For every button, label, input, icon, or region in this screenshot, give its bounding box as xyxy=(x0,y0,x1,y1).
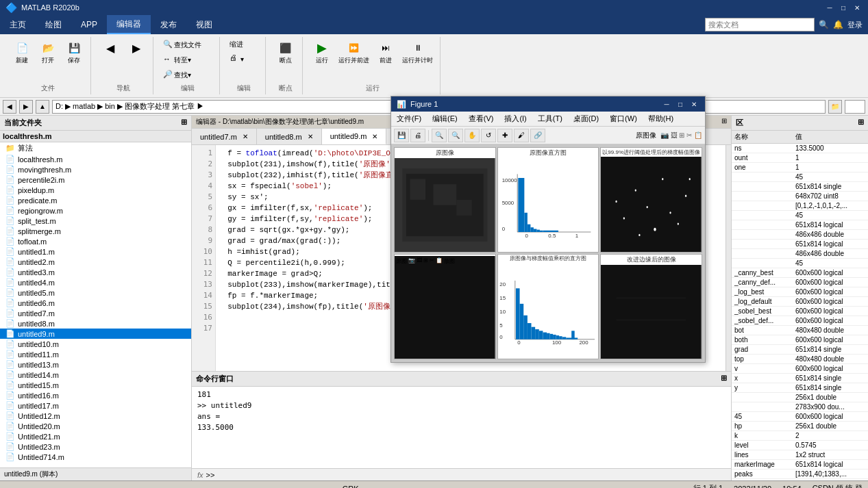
workspace-row[interactable]: 486x486 double xyxy=(732,249,868,259)
find-button[interactable]: 🔍 查找文件 xyxy=(160,38,215,52)
workspace-row[interactable]: peaks[1391,40;1383,... xyxy=(732,470,868,479)
workspace-row[interactable]: 486x486 double xyxy=(732,230,868,240)
file-tofloat[interactable]: 📄 tofloat.m xyxy=(0,236,191,246)
file-split-test[interactable]: 📄 split_test.m xyxy=(0,216,191,226)
transform-button[interactable]: ↔ 转至▾ xyxy=(160,53,215,67)
workspace-row[interactable]: 256x1 double xyxy=(732,393,868,402)
workspace-row[interactable]: x651x814 single xyxy=(732,374,868,383)
run-section-button[interactable]: ⏸ 运行并计时 xyxy=(399,38,436,66)
workspace-row[interactable]: both600x600 logical xyxy=(732,335,868,345)
workspace-row[interactable]: 45 xyxy=(732,211,868,220)
path-input[interactable] xyxy=(845,100,865,114)
fig-menu-view[interactable]: 查看(V) xyxy=(463,112,499,126)
workspace-row[interactable]: one1 xyxy=(732,163,868,172)
forward-button[interactable]: ▶ xyxy=(124,38,149,57)
fig-menu-window[interactable]: 窗口(W) xyxy=(604,112,643,126)
file-untitled9[interactable]: 📄 untitled9.m xyxy=(0,329,191,339)
print-button[interactable]: 🖨 ▾ xyxy=(227,52,261,66)
nav-up-btn[interactable]: ▲ xyxy=(36,100,49,114)
fig-menu-insert[interactable]: 插入(I) xyxy=(499,112,532,126)
close-tab3-icon[interactable]: ✕ xyxy=(372,133,377,140)
maximize-button[interactable]: □ xyxy=(838,2,849,13)
workspace-row[interactable]: grad651x814 single xyxy=(732,345,868,355)
back-button[interactable]: ◀ xyxy=(98,38,123,57)
search-input[interactable] xyxy=(705,18,815,31)
close-tab-icon[interactable]: ✕ xyxy=(243,133,248,140)
file-untitled1[interactable]: 📄 untitled1.m xyxy=(0,246,191,257)
fig-menu-file[interactable]: 文件(F) xyxy=(391,112,427,126)
file-untitled5[interactable]: 📄 untitled5.m xyxy=(0,287,191,298)
file-percentile2i[interactable]: 📄 percentile2i.m xyxy=(0,175,191,185)
close-button[interactable]: ✕ xyxy=(852,2,863,13)
workspace-row[interactable]: 45600x600 logical xyxy=(732,412,868,422)
workspace-row[interactable]: v600x600 logical xyxy=(732,364,868,374)
menu-app[interactable]: APP xyxy=(71,15,107,34)
workspace-row[interactable]: _log_default600x600 logical xyxy=(732,297,868,307)
nav-forward-btn[interactable]: ▶ xyxy=(19,100,33,114)
step-button[interactable]: ⏭ 前进 xyxy=(373,38,398,66)
search-code-button[interactable]: 🔎 查找▾ xyxy=(160,68,215,82)
workspace-row[interactable]: 651x814 logical xyxy=(732,220,868,230)
tab-untitled8[interactable]: untitled8.m ✕ xyxy=(257,129,322,144)
file-regiongrow[interactable]: 📄 regiongrow.m xyxy=(0,205,191,216)
workspace-row[interactable]: top480x480 double xyxy=(732,355,868,364)
run-button[interactable]: ▶ 运行 xyxy=(310,38,334,66)
file-splitmerge[interactable]: 📄 splitmerge.m xyxy=(0,226,191,236)
new-button[interactable]: 📄 新建 xyxy=(10,38,34,66)
file-untitled15[interactable]: 📄 untitled15.m xyxy=(0,380,191,390)
workspace-row[interactable]: [0,1,2,-1,0,1,-2,... xyxy=(732,201,868,211)
file-Untitled714[interactable]: 📄 Untitled714.m xyxy=(0,452,191,462)
workspace-row[interactable]: ount1 xyxy=(732,153,868,163)
tab-untitled7[interactable]: untitled7.m ✕ xyxy=(192,129,257,144)
cmd-expand-icon[interactable]: ⊞ xyxy=(721,374,727,384)
fig-rotate-btn[interactable]: ↺ xyxy=(481,129,496,142)
file-untitled8[interactable]: 📄 untitled8.m xyxy=(0,318,191,329)
menu-home[interactable]: 主页 xyxy=(0,15,36,34)
breakpoint-button[interactable]: ⬛ 断点 xyxy=(273,38,298,66)
workspace-row[interactable]: 651x814 single xyxy=(732,182,868,192)
file-untitled11[interactable]: 📄 untitled11.m xyxy=(0,349,191,359)
file-Untitled12[interactable]: 📄 Untitled12.m xyxy=(0,411,191,421)
file-item-algorithm[interactable]: 📁 算法 xyxy=(0,142,191,154)
figure-close-btn[interactable]: ✕ xyxy=(689,99,699,110)
fig-brush-btn[interactable]: 🖌 xyxy=(514,129,529,142)
workspace-row[interactable]: 648x702 uint8 xyxy=(732,192,868,201)
workspace-row[interactable]: _canny_def...600x600 logical xyxy=(732,278,868,287)
fig-menu-tools[interactable]: 工具(T) xyxy=(532,112,568,126)
zoom-out-button[interactable]: 缩进 xyxy=(227,38,261,51)
filebrowser-expand-icon[interactable]: ⊞ xyxy=(181,118,187,128)
workspace-row[interactable]: 651x814 logical xyxy=(732,240,868,249)
fig-zoom-out-btn[interactable]: 🔍 xyxy=(448,129,463,142)
file-pixeldup[interactable]: 📄 pixeldup.m xyxy=(0,185,191,195)
file-untitled2[interactable]: 📄 untitled2.m xyxy=(0,257,191,267)
file-untitled7[interactable]: 📄 untitled7.m xyxy=(0,308,191,318)
save-button[interactable]: 💾 保存 xyxy=(62,38,86,66)
workspace-row[interactable]: 2783x900 dou... xyxy=(732,402,868,412)
fig-pan-btn[interactable]: ✋ xyxy=(464,129,480,142)
file-movingthresh[interactable]: 📄 movingthresh.m xyxy=(0,164,191,175)
file-localthresh[interactable]: 📄 localthresh.m xyxy=(0,154,191,164)
workspace-row[interactable]: lines1x2 struct xyxy=(732,450,868,460)
fig-zoom-in-btn[interactable]: 🔍 xyxy=(432,129,447,142)
fig-datacursor-btn[interactable]: ✚ xyxy=(497,129,512,142)
file-untitled10[interactable]: 📄 untitled10.m xyxy=(0,339,191,349)
file-Untitled20[interactable]: 📄 Untitled20.m xyxy=(0,421,191,431)
fig-menu-desktop[interactable]: 桌面(D) xyxy=(568,112,604,126)
figure-maximize-btn[interactable]: □ xyxy=(675,99,686,110)
menu-view[interactable]: 视图 xyxy=(186,15,222,34)
login-label[interactable]: 登录 xyxy=(847,20,863,30)
menu-publish[interactable]: 发布 xyxy=(151,15,186,34)
workspace-expand-icon[interactable]: ⊞ xyxy=(858,118,864,128)
workspace-row[interactable]: bot480x480 double xyxy=(732,326,868,335)
browse-btn[interactable]: 📁 xyxy=(828,100,842,114)
workspace-row[interactable]: k2 xyxy=(732,431,868,441)
file-Untitled23[interactable]: 📄 Untitled23.m xyxy=(0,441,191,452)
open-button[interactable]: 📂 打开 xyxy=(36,38,60,66)
file-untitled13[interactable]: 📄 untitled13.m xyxy=(0,359,191,370)
nav-back-btn[interactable]: ◀ xyxy=(3,100,16,114)
fig-menu-help[interactable]: 帮助(H) xyxy=(643,112,679,126)
expand-editor-icon[interactable]: ⊞ xyxy=(721,117,727,127)
workspace-row[interactable]: markerImage651x814 logical xyxy=(732,460,868,470)
workspace-row[interactable]: hp256x1 double xyxy=(732,422,868,431)
workspace-row[interactable]: level0.5745 xyxy=(732,441,868,450)
